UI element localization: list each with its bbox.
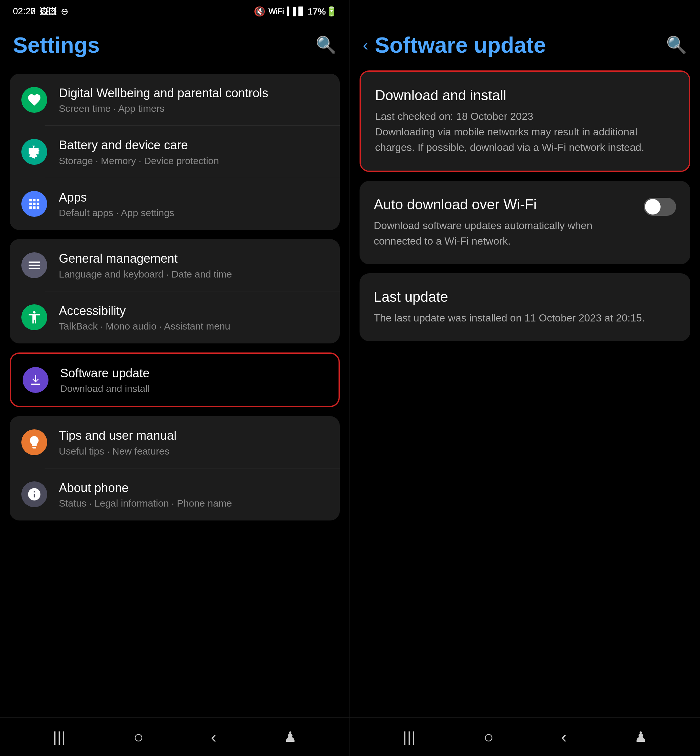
last-update-section[interactable]: Last update The last update was installe… — [359, 273, 690, 341]
settings-header: Settings 🔍 — [0, 23, 350, 67]
accessibility-icon — [21, 304, 47, 330]
settings-item-apps[interactable]: Apps Default apps · App settings — [10, 178, 340, 230]
apps-icon — [21, 191, 47, 217]
software-update-panel: 02:28 🖼 ↑ ⊖ 🔇 WiFi ▎▌▊ 17%🔋 ‹ Software u… — [350, 0, 700, 756]
settings-search-button[interactable]: 🔍 — [316, 35, 337, 55]
settings-panel: 02:27 ↑ 🖼 ⊖ 🔇 WiFi ▎▌▊ 17%🔋 Settings 🔍 — [0, 0, 350, 756]
general-management-subtitle: Language and keyboard · Date and time — [59, 269, 328, 280]
image-icon-right: 🖼 — [39, 6, 48, 17]
apps-title: Apps — [59, 190, 328, 206]
digital-wellbeing-subtitle: Screen time · App timers — [59, 103, 328, 114]
settings-group-bottom: Tips and user manual Useful tips · New f… — [10, 416, 340, 521]
general-management-icon — [21, 253, 47, 278]
general-management-title: General management — [59, 251, 328, 267]
settings-group-1: Digital Wellbeing and parental controls … — [10, 74, 340, 230]
time-right: 02:28 — [13, 6, 36, 17]
settings-group-2: General management Language and keyboard… — [10, 239, 340, 343]
general-management-text: General management Language and keyboard… — [59, 251, 328, 279]
settings-list: Digital Wellbeing and parental controls … — [0, 67, 350, 717]
accessibility-subtitle: TalkBack · Mono audio · Assistant menu — [59, 321, 328, 332]
auto-download-text: Auto download over Wi-Fi Download softwa… — [374, 196, 637, 249]
software-update-header: ‹ Software update 🔍 — [350, 23, 700, 67]
circle-icon-right: ⊖ — [61, 6, 68, 17]
settings-item-about[interactable]: About phone Status · Legal information ·… — [10, 468, 340, 521]
auto-download-title: Auto download over Wi-Fi — [374, 196, 637, 213]
nav-bar-right: ||| ○ ‹ ♟ — [350, 717, 700, 756]
status-bar-right: 02:28 🖼 ↑ ⊖ 🔇 WiFi ▎▌▊ 17%🔋 — [0, 0, 350, 23]
software-update-title: Software update — [60, 365, 327, 381]
digital-wellbeing-icon — [21, 87, 47, 113]
nav-recents-left[interactable]: ||| — [53, 729, 66, 745]
about-phone-title: About phone — [59, 480, 328, 496]
nav-back-right[interactable]: ‹ — [561, 727, 567, 747]
digital-wellbeing-text: Digital Wellbeing and parental controls … — [59, 85, 328, 114]
settings-item-tips[interactable]: Tips and user manual Useful tips · New f… — [10, 416, 340, 468]
accessibility-title: Accessibility — [59, 303, 328, 319]
nav-recents-right[interactable]: ||| — [403, 729, 416, 745]
battery-care-icon — [21, 139, 47, 165]
nav-bar-left: ||| ○ ‹ ♟ — [0, 717, 350, 756]
settings-item-software-update[interactable]: Software update Download and install — [11, 354, 339, 406]
auto-download-row: Auto download over Wi-Fi Download softwa… — [374, 196, 676, 249]
status-time-right: 02:28 🖼 ↑ ⊖ — [13, 6, 68, 17]
about-phone-text: About phone Status · Legal information ·… — [59, 480, 328, 509]
settings-item-accessibility[interactable]: Accessibility TalkBack · Mono audio · As… — [10, 291, 340, 343]
upload-icon-right: ↑ — [52, 6, 57, 17]
software-update-subtitle: Download and install — [60, 383, 327, 394]
digital-wellbeing-title: Digital Wellbeing and parental controls — [59, 85, 328, 101]
battery-care-subtitle: Storage · Memory · Device protection — [59, 155, 328, 167]
settings-item-digital-wellbeing[interactable]: Digital Wellbeing and parental controls … — [10, 74, 340, 126]
auto-download-section[interactable]: Auto download over Wi-Fi Download softwa… — [359, 181, 690, 264]
auto-download-desc: Download software updates automatically … — [374, 218, 637, 249]
about-phone-icon — [21, 482, 47, 507]
tips-icon — [21, 429, 47, 455]
nav-home-left[interactable]: ○ — [134, 727, 144, 747]
software-update-content: Download and install Last checked on: 18… — [350, 67, 700, 717]
nav-assist-right[interactable]: ♟ — [634, 728, 647, 745]
software-update-text: Software update Download and install — [60, 365, 327, 394]
settings-item-battery[interactable]: Battery and device care Storage · Memory… — [10, 126, 340, 178]
auto-download-toggle[interactable] — [644, 198, 676, 216]
tips-text: Tips and user manual Useful tips · New f… — [59, 428, 328, 457]
tips-subtitle: Useful tips · New features — [59, 446, 328, 457]
tips-title: Tips and user manual — [59, 428, 328, 444]
download-install-section[interactable]: Download and install Last checked on: 18… — [361, 72, 689, 171]
nav-back-left[interactable]: ‹ — [211, 727, 216, 747]
header-title-row: ‹ Software update — [363, 32, 546, 58]
last-update-desc: The last update was installed on 11 Octo… — [374, 310, 676, 326]
download-install-desc: Last checked on: 18 October 2023Download… — [375, 109, 675, 155]
mute-icon-right: 🔇 — [254, 6, 266, 17]
download-install-selected-wrapper: Download and install Last checked on: 18… — [359, 70, 690, 172]
software-update-search-button[interactable]: 🔍 — [666, 35, 687, 55]
nav-assist-left[interactable]: ♟ — [284, 728, 297, 745]
battery-care-title: Battery and device care — [59, 137, 328, 153]
software-update-icon — [23, 367, 48, 393]
about-phone-subtitle: Status · Legal information · Phone name — [59, 498, 328, 509]
last-update-title: Last update — [374, 289, 676, 305]
battery-care-text: Battery and device care Storage · Memory… — [59, 137, 328, 166]
status-icons-right: 🔇 WiFi ▎▌▊ 17%🔋 — [254, 6, 337, 17]
battery-icon-right: 17%🔋 — [308, 6, 337, 17]
apps-subtitle: Default apps · App settings — [59, 207, 328, 218]
back-button[interactable]: ‹ — [363, 35, 368, 55]
software-update-selected-wrapper: Software update Download and install — [10, 352, 340, 407]
nav-home-right[interactable]: ○ — [483, 727, 494, 747]
apps-text: Apps Default apps · App settings — [59, 190, 328, 218]
settings-title: Settings — [13, 32, 100, 58]
accessibility-text: Accessibility TalkBack · Mono audio · As… — [59, 303, 328, 332]
signal-icon-right: ▎▌▊ — [288, 7, 305, 16]
download-install-title: Download and install — [375, 87, 675, 103]
software-update-page-title: Software update — [375, 32, 546, 58]
settings-item-general[interactable]: General management Language and keyboard… — [10, 239, 340, 291]
wifi-icon-right: WiFi — [269, 7, 284, 16]
